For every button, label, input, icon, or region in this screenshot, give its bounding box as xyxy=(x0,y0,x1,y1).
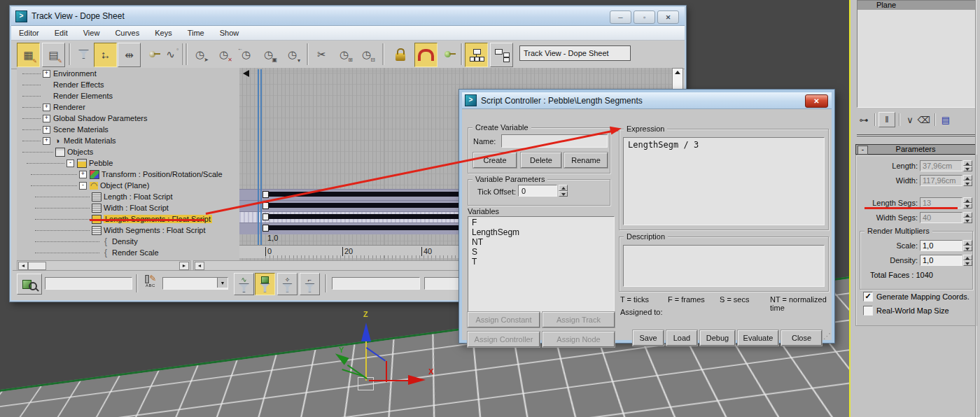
scroll-up-icon[interactable] xyxy=(675,71,680,74)
slide-keys-button[interactable]: ⇹ xyxy=(118,43,141,67)
keyframe[interactable] xyxy=(262,202,269,209)
move-keys-button[interactable]: ↔↕ xyxy=(94,43,117,67)
tree-item-density[interactable]: Density xyxy=(17,236,239,247)
menu-edit[interactable]: Edit xyxy=(47,29,76,37)
time-slider-line[interactable] xyxy=(258,69,259,248)
variable-item[interactable]: F xyxy=(468,218,614,227)
key-time-field[interactable] xyxy=(332,277,420,290)
menu-curves[interactable]: Curves xyxy=(107,29,147,37)
tree-item-scene-materials[interactable]: +Scene Materials xyxy=(17,124,239,135)
tree-item-pebble[interactable]: -Pebble xyxy=(17,157,239,169)
scale-input[interactable]: 1,0 xyxy=(920,240,962,251)
scale-keys-button[interactable]: ∿▫ xyxy=(160,43,181,66)
assign-node-button[interactable]: Assign Node xyxy=(542,332,615,347)
scroll-right-icon[interactable]: ► xyxy=(179,262,189,270)
tree-item-objects[interactable]: Objects xyxy=(17,146,239,157)
expression-textarea[interactable]: LengthSegm / 3 xyxy=(623,137,825,225)
keyframe[interactable] xyxy=(262,191,269,198)
expand-icon[interactable]: + xyxy=(79,171,87,178)
filter-selected-objects-button[interactable] xyxy=(255,273,275,295)
track-set-dropdown[interactable]: ▼ xyxy=(162,277,228,290)
lock-selection-button[interactable] xyxy=(389,43,411,66)
variable-item[interactable]: LengthSegm xyxy=(468,227,614,237)
density-spinner[interactable] xyxy=(963,255,972,266)
length-input[interactable]: 37,96cm xyxy=(920,160,962,171)
scroll-left-icon[interactable]: ◄ xyxy=(18,262,28,270)
width-spinner[interactable] xyxy=(963,175,972,186)
scale-time-button[interactable]: ◷▣ xyxy=(258,43,279,66)
collapse-icon[interactable]: - xyxy=(66,160,74,167)
edit-track-set-icon[interactable]: []✎ABC xyxy=(141,274,160,288)
expand-icon[interactable]: + xyxy=(43,126,50,134)
modifier-stack-list[interactable]: Plane xyxy=(857,0,976,108)
variables-list[interactable]: F LengthSegm NT S T xyxy=(468,216,615,313)
delete-button[interactable]: Delete xyxy=(521,153,561,168)
cut-time-button[interactable]: ✂ xyxy=(311,43,332,66)
parameters-rollout-header[interactable]: - Parameters xyxy=(855,144,976,155)
z-axis-arrow[interactable] xyxy=(361,323,371,341)
panel-scroll-track[interactable] xyxy=(975,0,976,417)
reverse-time-button[interactable]: ◷← xyxy=(235,43,257,66)
density-input[interactable]: 1,0 xyxy=(920,255,962,266)
zoom-value-field[interactable] xyxy=(45,277,132,290)
tree-item-environment[interactable]: +Environment xyxy=(17,68,239,79)
menu-time[interactable]: Time xyxy=(180,29,212,37)
tree-item-width[interactable]: Width : Float Script xyxy=(17,202,239,213)
dialog-titlebar[interactable]: > Script Controller : Pebble\Length Segm… xyxy=(462,92,832,109)
insert-time-button[interactable]: ◷▾ xyxy=(281,43,303,66)
copy-time-button[interactable]: ◷⊞ xyxy=(333,43,355,66)
minimize-button[interactable]: ─ xyxy=(610,10,631,24)
tree-item-renderer[interactable]: +Renderer xyxy=(17,101,239,113)
configure-modifier-sets-icon[interactable]: ▤ xyxy=(939,115,953,125)
collapse-tracks-icon[interactable] xyxy=(243,70,249,77)
zoom-selected-object-button[interactable] xyxy=(17,274,42,295)
menu-keys[interactable]: Keys xyxy=(147,29,179,37)
chevron-down-icon[interactable]: ▼ xyxy=(217,278,227,288)
width-segs-spinner[interactable] xyxy=(963,212,972,223)
stack-item-plane[interactable]: Plane xyxy=(858,1,975,10)
tick-offset-input[interactable]: 0 xyxy=(518,185,557,197)
show-hierarchy-button[interactable] xyxy=(465,43,488,67)
assign-track-button[interactable]: Assign Track xyxy=(542,312,615,327)
x-axis-arrow[interactable] xyxy=(408,375,426,385)
tree-item-object-plane[interactable]: -Object (Plane) xyxy=(17,180,239,191)
collapse-rollout-icon[interactable]: - xyxy=(858,146,868,155)
edit-keys-button[interactable]: ▦✎ xyxy=(17,43,40,67)
length-spinner[interactable] xyxy=(963,160,972,171)
width-input[interactable]: 117,96cm xyxy=(920,175,962,186)
filter-unlocked-button[interactable]: ⌐ xyxy=(300,273,320,295)
collapse-icon[interactable]: - xyxy=(79,182,87,190)
tree-item-global-shadow-parameters[interactable]: +Global Shadow Parameters xyxy=(17,113,239,124)
key-mode-button[interactable] xyxy=(437,43,458,66)
scroll-left-icon[interactable]: ◄ xyxy=(195,262,204,270)
variable-item[interactable]: T xyxy=(468,257,614,267)
save-button[interactable]: Save xyxy=(633,330,664,346)
expand-icon[interactable]: + xyxy=(43,70,50,78)
keyframe[interactable] xyxy=(262,225,269,232)
trackview-titlebar[interactable]: > Track View - Dope Sheet ─ ▫ ✕ xyxy=(11,7,685,26)
trackview-name-field[interactable]: Track View - Dope Sheet xyxy=(519,45,631,61)
keyframe[interactable] xyxy=(262,213,269,220)
close-button[interactable]: ✕ xyxy=(657,10,679,24)
real-world-map-size-checkbox[interactable] xyxy=(863,306,873,316)
menu-editor[interactable]: Editor xyxy=(11,29,47,37)
menu-view[interactable]: View xyxy=(76,29,108,37)
close-button[interactable]: Close xyxy=(781,330,822,346)
snap-frames-button[interactable] xyxy=(414,43,438,67)
generate-mapping-coords-checkbox[interactable]: ✓ xyxy=(863,292,873,302)
variable-item[interactable]: NT xyxy=(468,237,614,247)
tree-item-render-elements[interactable]: Render Elements xyxy=(17,90,239,101)
width-segs-input[interactable]: 40 xyxy=(920,212,962,223)
filter-spatial-button[interactable]: ✧ xyxy=(277,273,298,295)
x-axis-line[interactable] xyxy=(369,380,410,381)
resize-grip[interactable]: ⋰ xyxy=(823,332,831,341)
tree-item-width-segments[interactable]: Width Segments : Float Script xyxy=(17,225,239,236)
paste-time-button[interactable]: ◷⊟ xyxy=(356,43,377,66)
tree-item-transform[interactable]: +Transform : Position/Rotation/Scale xyxy=(17,169,239,180)
delete-time-button[interactable]: ◷✕ xyxy=(213,43,234,66)
tree-item-render-scale[interactable]: Render Scale xyxy=(17,247,239,258)
expand-icon[interactable]: + xyxy=(43,115,50,122)
restore-button[interactable]: ▫ xyxy=(634,10,655,24)
pin-stack-icon[interactable]: ⊶ xyxy=(857,115,871,125)
load-button[interactable]: Load xyxy=(666,330,697,346)
